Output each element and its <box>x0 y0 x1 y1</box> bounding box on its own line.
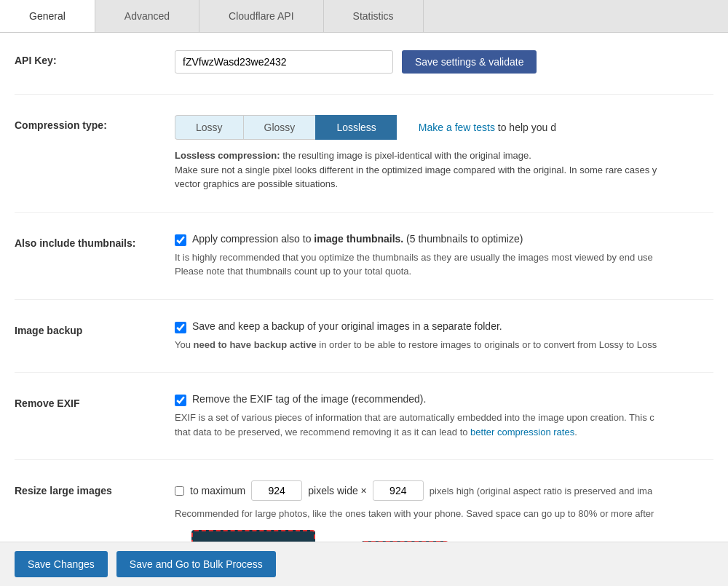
comp-glossy-button[interactable]: Glossy <box>243 115 316 140</box>
image-backup-checkbox[interactable] <box>175 322 186 333</box>
resize-width-input[interactable] <box>251 480 302 501</box>
api-key-row: API Key: Save settings & validate <box>15 50 713 95</box>
resize-images-label: Resize large images <box>15 480 175 496</box>
image-backup-row: Image backup Save and keep a backup of y… <box>15 320 713 373</box>
save-validate-button[interactable]: Save settings & validate <box>402 50 537 74</box>
thumbnails-desc: It is highly recommended that you optimi… <box>175 250 684 279</box>
compression-rates-link[interactable]: better compression rates <box>470 427 574 437</box>
remove-exif-label: Remove EXIF <box>15 393 175 409</box>
remove-exif-checkbox-label: Remove the EXIF tag of the image (recomm… <box>192 393 426 405</box>
save-changes-button[interactable]: Save Changes <box>15 551 108 577</box>
compression-description: Lossless compression: the resulting imag… <box>175 149 670 191</box>
thumbnails-label: Also include thumbnails: <box>15 233 175 249</box>
thumbnails-row: Also include thumbnails: Apply compressi… <box>15 233 713 300</box>
comp-lossy-button[interactable]: Lossy <box>175 115 243 140</box>
make-tests-link[interactable]: Make a few tests <box>419 122 498 133</box>
make-tests-text: Make a few tests to help you d <box>407 122 556 133</box>
api-key-field: Save settings & validate <box>175 50 713 74</box>
remove-exif-row: Remove EXIF Remove the EXIF tag of the i… <box>15 393 713 460</box>
remove-exif-checkbox[interactable] <box>175 395 186 406</box>
remove-exif-desc: EXIF is a set of various pieces of infor… <box>175 411 684 439</box>
image-backup-desc: You need to have backup active in order … <box>175 338 684 352</box>
comp-lossless-button[interactable]: Lossless <box>315 115 396 140</box>
remove-exif-field: Remove the EXIF tag of the image (recomm… <box>175 393 713 439</box>
tab-bar: General Advanced Cloudflare API Statisti… <box>0 0 728 33</box>
thumbnails-checkbox-label: Apply compression also to image thumbnai… <box>192 233 523 245</box>
resize-desc: Recommended for large photos, like the o… <box>175 507 684 521</box>
save-bulk-button[interactable]: Save and Go to Bulk Process <box>116 551 276 577</box>
resize-height-input[interactable] <box>373 480 424 501</box>
footer-bar: Save Changes Save and Go to Bulk Process <box>0 542 728 586</box>
compression-type-field: Lossy Glossy Lossless Make a few tests t… <box>175 115 713 191</box>
image-backup-field: Save and keep a backup of your original … <box>175 320 713 352</box>
image-backup-label: Image backup <box>15 320 175 336</box>
tab-cloudflare[interactable]: Cloudflare API <box>199 0 324 32</box>
compression-type-row: Compression type: Lossy Glossy Lossless <box>15 115 713 213</box>
tab-advanced[interactable]: Advanced <box>95 0 199 32</box>
thumbnails-field: Apply compression also to image thumbnai… <box>175 233 713 279</box>
thumbnails-checkbox[interactable] <box>175 234 186 246</box>
api-key-label: API Key: <box>15 50 175 66</box>
tab-general[interactable]: General <box>0 0 95 32</box>
resize-checkbox[interactable] <box>175 486 184 496</box>
compression-options: Lossy Glossy Lossless Make a few tests t… <box>175 115 713 140</box>
compression-type-label: Compression type: <box>15 115 175 131</box>
api-key-input[interactable] <box>175 50 393 74</box>
image-backup-checkbox-label: Save and keep a backup of your original … <box>192 320 502 332</box>
settings-content: API Key: Save settings & validate Compre… <box>0 33 728 586</box>
tab-statistics[interactable]: Statistics <box>324 0 424 32</box>
